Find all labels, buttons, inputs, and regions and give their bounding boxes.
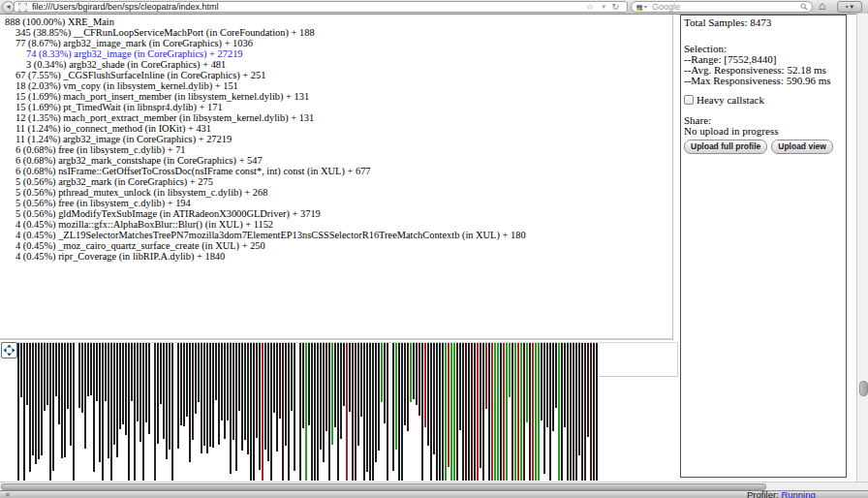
reload-icon[interactable]: ↻ [611,2,619,12]
tree-row[interactable]: 18 (2.03%) vm_copy (in libsystem_kernel.… [0,80,672,91]
heavy-callstack-row: Heavy callstack [684,95,843,107]
browser-window: ◂ file:///Users/bgirard/ben/sps/cleopatr… [0,0,868,498]
home-button[interactable]: ⌂ [819,0,825,13]
tree-row[interactable]: 6 (0.68%) nsIFrame::GetOffsetToCrossDoc(… [0,166,672,176]
tree-row[interactable]: 5 (0.56%) pthread_mutex_unlock (in libsy… [0,187,672,198]
heavy-callstack-label: Heavy callstack [697,94,764,106]
search-engine-dropdown-icon[interactable]: ▾ [644,3,647,11]
browser-toolbar: ◂ file:///Users/bgirard/ben/sps/cleopatr… [0,0,868,15]
tree-row[interactable]: 15 (1.69%) pt_TimedWait (in libnspr4.dyl… [0,102,672,112]
tree-row[interactable]: 15 (1.69%) mach_port_insert_member (in l… [0,91,672,102]
tree-row[interactable]: 4 (0.45%) mozilla::gfx::AlphaBoxBlur::Bl… [0,219,672,230]
tree-row[interactable]: 4 (0.45%) _moz_cairo_quartz_surface_crea… [0,240,672,251]
upload-view-button[interactable]: Upload view [771,140,833,154]
tree-row[interactable]: 3 (0.34%) argb32_shade (in CoreGraphics)… [0,59,672,70]
close-icon[interactable]: ✕ [5,491,11,498]
tree-row[interactable]: 5 (0.56%) free (in libsystem_c.dylib) + … [0,198,672,208]
upload-status: No upload in progress [684,126,843,137]
tree-row[interactable]: 67 (7.55%) _CGSFlushSurfaceInline (in Co… [0,70,672,80]
bookmarks-panel-button[interactable]: ▪ ▾ [837,1,862,13]
horizontal-scrollbar[interactable] [0,482,868,490]
upload-buttons-row: Upload full profileUpload view [684,137,843,154]
tree-row[interactable]: 74 (8.33%) argb32_image (in CoreGraphics… [0,48,672,59]
horizontal-scrollbar-thumb[interactable] [1,483,766,490]
upload-full-profile-button[interactable]: Upload full profile [684,140,767,154]
url-dropdown-icon[interactable]: ▾ [602,2,605,12]
search-magnifier-icon[interactable] [800,3,808,11]
tree-row[interactable]: 345 (38.85%) __CFRunLoopServiceMachPort … [0,27,672,38]
tree-row[interactable]: 77 (8.67%) argb32_image_mark (in CoreGra… [0,38,672,48]
tree-row[interactable]: 4 (0.45%) _ZL19SelectorMatchesTreePN7moz… [0,230,672,240]
profiler-status-value: Running [781,489,815,498]
heavy-callstack-checkbox[interactable] [684,95,694,105]
expand-fullscreen-button[interactable] [1,342,17,358]
tree-row[interactable]: 4 (0.45%) ripr_Coverage (in libRIP.A.dyl… [0,251,672,262]
profile-info-sidebar: Total Samples: 8473 Selection: --Range: … [680,15,847,478]
tree-row[interactable]: 11 (1.24%) io_connect_method (in IOKit) … [0,123,672,134]
profiler-status-label: Profiler: [747,489,781,498]
tree-row[interactable]: 6 (0.68%) argb32_mark_constshape (in Cor… [0,155,672,166]
bookmark-star-icon[interactable]: ☆ [586,2,594,12]
tree-row[interactable]: 6 (0.68%) free (in libsystem_c.dylib) + … [0,144,672,155]
page-favicon-placeholder-icon [18,3,27,12]
search-engine-label: Google [652,2,680,12]
tree-row[interactable]: 5 (0.56%) argb32_mark (in CoreGraphics) … [0,176,672,187]
expand-arrows-icon [3,344,16,357]
url-bar[interactable]: file:///Users/bgirard/ben/sps/cleopatra/… [14,1,628,13]
call-tree[interactable]: 888 (100.00%) XRE_Main345 (38.85%) __CFR… [0,15,673,340]
profiler-status: Profiler: Running [747,490,816,498]
vertical-scrollbar[interactable] [856,14,868,482]
tree-row[interactable]: 11 (1.24%) argb32_image (in CoreGraphics… [0,134,672,144]
search-input[interactable]: ▾ Google [631,1,813,13]
tree-row[interactable]: 12 (1.35%) mach_port_extract_member (in … [0,112,672,123]
url-input[interactable]: file:///Users/bgirard/ben/sps/cleopatra/… [32,2,219,12]
tree-row[interactable]: 888 (100.00%) XRE_Main [0,16,672,27]
google-logo-icon[interactable] [636,4,643,12]
histogram-canvas[interactable] [17,343,599,481]
histogram-overflow-box [599,343,678,377]
status-bar: ✕ Profiler: Running [0,490,868,498]
vertical-scrollbar-thumb[interactable] [859,381,868,396]
selection-max-responsiveness: --Max Responsiveness: 590.96 ms [684,76,843,86]
total-samples-label: Total Samples: 8473 [684,17,843,28]
tree-row[interactable]: 5 (0.56%) gldModifyTexSubImage (in ATIRa… [0,208,672,219]
